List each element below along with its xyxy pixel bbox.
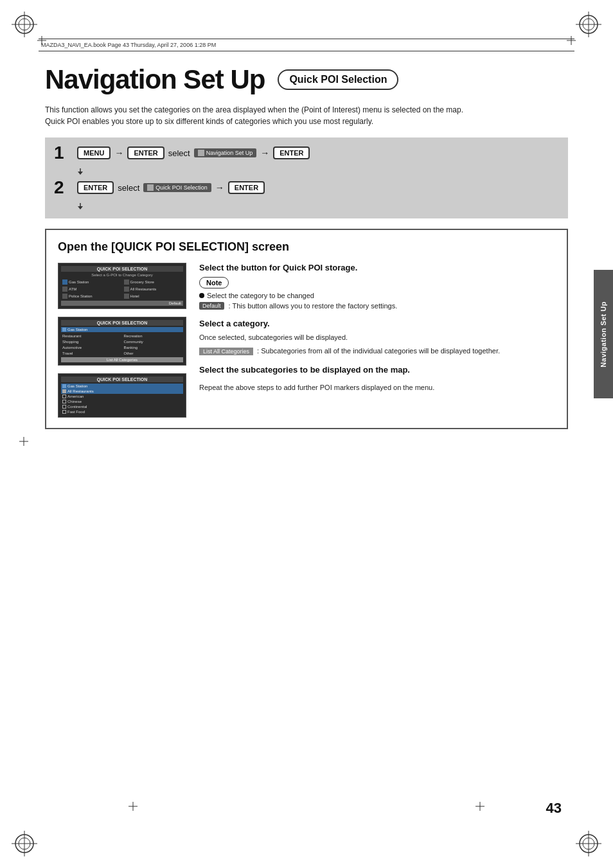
enter-key-4: ENTER [228,181,265,194]
enter-key-1: ENTER [127,146,164,159]
sub-fastfood: Fast Food [61,409,183,414]
sub-continental: Continental [61,404,183,409]
bullet-select-category: Select the category to be changed [199,292,555,299]
cat-restaurant: Restaurant [61,333,122,339]
screen1-title: QUICK POI SELECTION [61,266,183,272]
screens-column: QUICK POI SELECTION Select a G-POI to Ch… [58,263,186,418]
screen3-icon [62,384,66,388]
screen2-grid: Restaurant Recreation Shopping Community… [61,333,183,356]
screen3-list: All Restaurants American Chinese Co [61,389,183,414]
crosshair-bottom-right [475,802,484,813]
default-tag: Default [199,302,224,310]
cat-banking: Banking [123,345,184,350]
crosshair-header-right [567,36,576,48]
screen2-title: QUICK POI SELECTION [61,320,183,326]
step-1: 1 MENU → ENTER select Navigation Set Up … [54,144,559,162]
sidebar-label-text: Navigation Set Up [600,301,607,368]
box-title: Open the [QUICK POI SELECTION] screen [58,240,555,254]
screen3-title: QUICK POI SELECTION [61,376,183,382]
step1-down-arrow [77,166,559,177]
svg-marker-21 [78,172,83,175]
repeat-text: Repeat the above steps to add further PO… [199,384,555,391]
mini-cell-gasstation: Gas Station [61,279,122,285]
atm-icon [62,287,67,292]
police-icon [62,294,67,299]
nav-tag-icon-2 [147,184,154,191]
instr-block-1: Select the button for Quick POI storage.… [199,263,555,310]
instr-title-1: Select the button for Quick POI storage. [199,263,555,272]
header-bar: MAZDA3_NAVI_EA.book Page 43 Thursday, Ap… [39,39,574,51]
screen1-sub: Select a G-POI to Change Category [61,273,183,277]
screen2-icon [62,328,66,332]
box-section: Open the [QUICK POI SELECTION] screen QU… [45,229,568,429]
description-text: This function allows you set the categor… [45,104,482,127]
mini-cell-police: Police Station [61,293,122,299]
mini-screen-1: QUICK POI SELECTION Select a G-POI to Ch… [58,263,186,309]
sub-allrestaurants: All Restaurants [61,389,183,394]
grocery-icon [124,279,129,285]
main-content: Navigation Set Up Quick POI Selection Th… [45,64,568,429]
mini-cell-atm: ATM [61,286,122,292]
step-number-1: 1 [54,144,72,162]
mini-cell-hotel: Hotel [123,293,184,299]
instr-text-listall: List All Categories : Subcategories from… [199,346,555,357]
gasstation-icon [62,279,67,285]
crosshair-header-left [37,36,46,48]
nav-tag-icon-1 [198,150,204,156]
corner-decoration-tr [576,12,601,37]
instr-text-2: Once selected, subcategories will be dis… [199,332,555,343]
box-content: QUICK POI SELECTION Select a G-POI to Ch… [58,263,555,418]
instr-title-3: Select the subcategories to be displayed… [199,365,555,375]
arrow-1: → [114,148,123,158]
file-info: MAZDA3_NAVI_EA.book Page 43 Thursday, Ap… [41,42,216,48]
hotel-icon [124,294,129,299]
arrow-2: → [260,148,269,158]
mini-screen-3: QUICK POI SELECTION Gas Station All Rest… [58,373,186,418]
screen2-listall: List All Categories [61,357,183,362]
instr-block-3: Select the subcategories to be displayed… [199,365,555,375]
svg-marker-23 [78,206,83,209]
list-all-tag: List All Categories [199,348,253,355]
mini-screen-2: QUICK POI SELECTION Gas Station Restaura… [58,317,186,366]
cb-continental [62,405,66,409]
bullet-dot-1 [199,293,204,298]
sidebar-label: Navigation Set Up [594,270,613,398]
corner-decoration-tl [12,12,37,37]
cb-allrestaurants [62,389,66,393]
select-text-1: select [168,148,190,158]
instr-title-2: Select a category. [199,319,555,328]
restaurants-icon [124,287,129,292]
screen1-grid: Gas Station Grocery Store ATM All R [61,279,183,299]
nav-tag-2: Quick POI Selection [143,183,211,192]
sub-chinese: Chinese [61,399,183,404]
screen3-highlighted: Gas Station [61,384,183,389]
mini-cell-grocery: Grocery Store [123,279,184,285]
bullet-default: Default : This button allows you to rest… [199,302,555,310]
cb-american [62,394,66,398]
cb-fastfood [62,410,66,414]
enter-key-3: ENTER [77,181,114,194]
cat-shopping: Shopping [61,339,122,344]
enter-key-2: ENTER [273,146,310,159]
step-2-inner: ENTER select Quick POI Selection → ENTER [77,181,559,194]
step2-down-arrow [77,200,559,212]
page-number: 43 [546,800,562,817]
quick-poi-badge: Quick POI Selection [278,69,398,90]
select-text-2: select [118,183,139,193]
screen1-default: Default [61,301,183,306]
instructions-column: Select the button for Quick POI storage.… [199,263,555,418]
cat-recreation: Recreation [123,333,184,339]
cat-travel: Travel [61,351,122,356]
step-2: 2 ENTER select Quick POI Selection → ENT… [54,179,559,197]
step-number-2: 2 [54,179,72,197]
corner-decoration-bl [12,831,37,856]
step-1-inner: MENU → ENTER select Navigation Set Up → … [77,146,559,159]
note-box: Note [199,277,229,288]
cat-other: Other [123,351,184,356]
page-title: Navigation Set Up [45,64,265,95]
crosshair-bottom-left [129,802,138,813]
menu-key: MENU [77,146,111,159]
crosshair-mid-left [19,437,28,448]
nav-tag-1: Navigation Set Up [194,148,257,157]
corner-decoration-br [576,831,601,856]
